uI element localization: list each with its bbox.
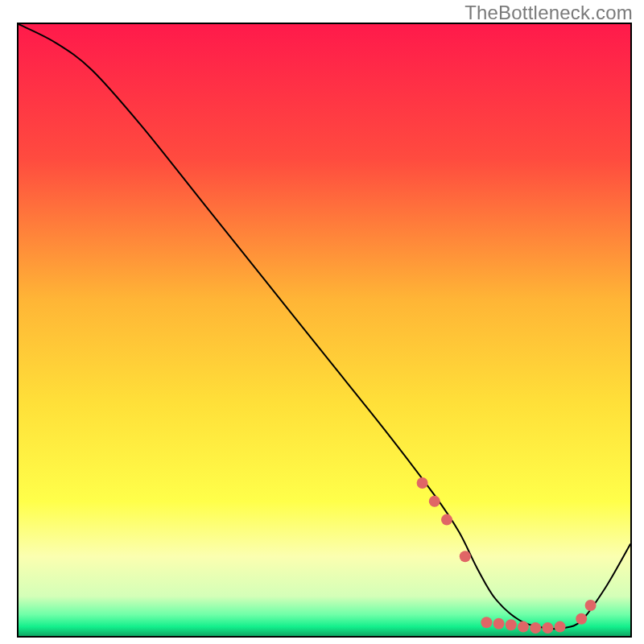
data-marker: [493, 618, 505, 630]
gradient-background: [19, 24, 630, 636]
data-marker: [530, 622, 541, 634]
data-marker: [576, 613, 587, 625]
data-marker: [585, 600, 597, 611]
plot-area: [17, 23, 632, 638]
watermark-text: TheBottleneck.com: [464, 2, 633, 24]
data-marker: [441, 514, 452, 526]
chart-frame: TheBottleneck.com: [0, 0, 644, 644]
data-marker: [555, 621, 566, 633]
data-marker: [542, 622, 553, 634]
data-marker: [460, 551, 471, 562]
data-marker: [518, 621, 529, 633]
data-marker: [429, 496, 440, 507]
data-marker: [417, 477, 428, 489]
data-marker: [506, 619, 517, 630]
chart-svg: [19, 24, 630, 636]
data-marker: [481, 617, 492, 628]
